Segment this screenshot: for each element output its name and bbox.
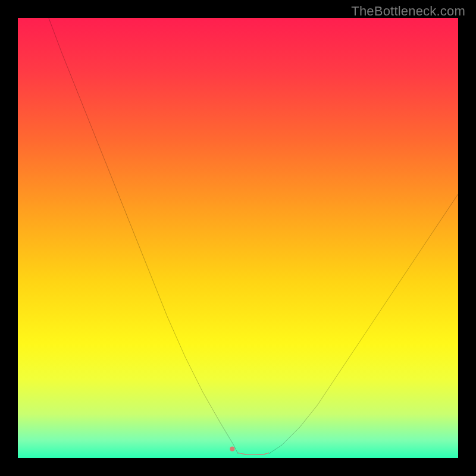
accent-dot [230, 446, 234, 451]
chart-frame: TheBottleneck.com [0, 0, 476, 476]
bottleneck-chart [18, 18, 458, 458]
watermark-label: TheBottleneck.com [351, 4, 465, 19]
gradient-background [18, 18, 458, 458]
